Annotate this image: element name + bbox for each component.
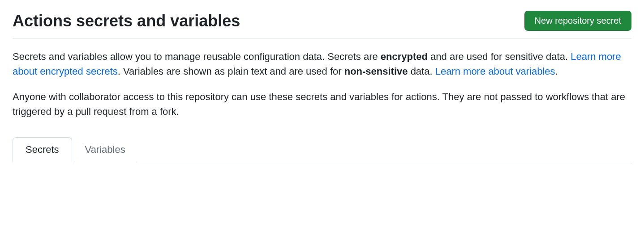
tabs-container: Secrets Variables bbox=[13, 137, 631, 162]
description-text: and are used for sensitive data. bbox=[428, 51, 571, 62]
description-strong-encrypted: encrypted bbox=[381, 51, 428, 62]
description-text: data. bbox=[408, 66, 435, 77]
description-strong-nonsensitive: non-sensitive bbox=[344, 66, 408, 77]
page-header: Actions secrets and variables New reposi… bbox=[13, 11, 631, 38]
description-text: Secrets and variables allow you to manag… bbox=[13, 51, 381, 62]
description-text: . bbox=[555, 66, 558, 77]
page-title: Actions secrets and variables bbox=[13, 11, 240, 31]
description-text: . Variables are shown as plain text and … bbox=[118, 66, 344, 77]
learn-more-variables-link[interactable]: Learn more about variables bbox=[435, 66, 555, 77]
tab-variables[interactable]: Variables bbox=[72, 137, 138, 162]
new-repository-secret-button[interactable]: New repository secret bbox=[524, 11, 631, 31]
description-paragraph-2: Anyone with collaborator access to this … bbox=[13, 89, 631, 119]
tab-secrets[interactable]: Secrets bbox=[13, 137, 72, 162]
description-paragraph-1: Secrets and variables allow you to manag… bbox=[13, 49, 631, 79]
